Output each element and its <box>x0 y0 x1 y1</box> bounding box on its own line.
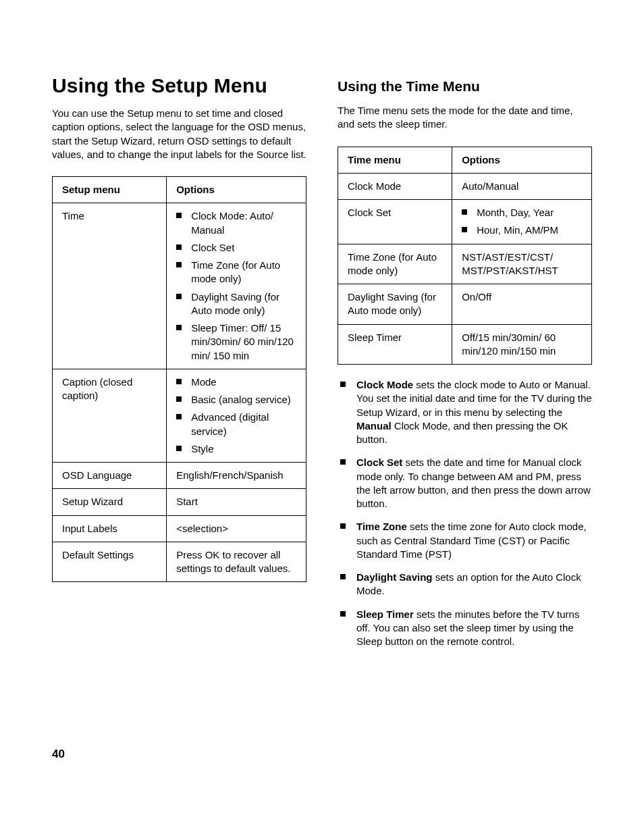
table-row: Input Labels <selection> <box>53 515 306 542</box>
setup-intro: You can use the Setup menu to set time a… <box>52 107 306 161</box>
table-row: Setup Wizard Start <box>53 489 306 515</box>
cell-options: Press OK to recover all settings to defa… <box>167 542 306 582</box>
list-item: Month, Day, Year <box>462 206 583 219</box>
desc-daylight-saving: Daylight Saving sets an option for the A… <box>338 571 592 598</box>
list-item: Style <box>176 442 298 456</box>
list-item: Clock Mode: Auto/ Manual <box>176 209 298 237</box>
cell-options: Start <box>167 489 306 515</box>
cell-label: Clock Mode <box>338 173 452 199</box>
table-header-row: Time menu Options <box>338 147 592 173</box>
options-list: Clock Mode: Auto/ Manual Clock Set Time … <box>176 209 298 363</box>
cell-label: Caption (closed caption) <box>53 369 167 462</box>
col-time-menu: Time menu <box>338 147 452 173</box>
list-item: Daylight Saving (for Auto mode only) <box>176 290 298 318</box>
cell-options: Auto/Manual <box>452 173 592 199</box>
cell-options: Mode Basic (analog service) Advanced (di… <box>167 369 306 462</box>
list-item: Hour, Min, AM/PM <box>462 224 583 237</box>
cell-label: Input Labels <box>53 515 167 542</box>
cell-options: English/French/Spanish <box>167 463 306 489</box>
cell-options: On/Off <box>452 284 592 325</box>
cell-label: Clock Set <box>338 200 452 244</box>
time-heading: Using the Time Menu <box>338 78 592 95</box>
list-item: Basic (analog service) <box>176 393 298 407</box>
col-setup-menu: Setup menu <box>53 177 167 203</box>
list-item: Clock Set <box>176 241 298 255</box>
table-row: Default Settings Press OK to recover all… <box>53 542 306 582</box>
term: Clock Set <box>356 457 402 468</box>
table-row: Time Clock Mode: Auto/ Manual Clock Set … <box>53 203 306 369</box>
time-intro: The Time menu sets the mode for the date… <box>338 104 592 132</box>
options-list: Mode Basic (analog service) Advanced (di… <box>176 375 298 456</box>
time-descriptions: Clock Mode sets the clock mode to Auto o… <box>338 378 592 648</box>
col-options: Options <box>167 177 306 203</box>
left-column: Using the Setup Menu You can use the Set… <box>52 74 306 658</box>
time-menu-table: Time menu Options Clock Mode Auto/Manual… <box>338 147 592 365</box>
list-item: Sleep Timer: Off/ 15 min/30min/ 60 min/1… <box>176 321 298 363</box>
desc-clock-mode: Clock Mode sets the clock mode to Auto o… <box>338 378 592 446</box>
cell-options: NST/AST/EST/CST/ MST/PST/AKST/HST <box>452 244 592 284</box>
term: Time Zone <box>356 521 407 532</box>
term: Manual <box>356 420 392 432</box>
cell-options: Month, Day, Year Hour, Min, AM/PM <box>452 200 592 244</box>
options-list: Month, Day, Year Hour, Min, AM/PM <box>462 206 583 238</box>
cell-label: Daylight Saving (for Auto mode only) <box>338 284 452 325</box>
table-row: OSD Language English/French/Spanish <box>53 463 306 489</box>
cell-options: <selection> <box>167 515 306 542</box>
manual-page: Using the Setup Menu You can use the Set… <box>0 0 644 834</box>
cell-label: Sleep Timer <box>338 324 452 365</box>
table-row: Daylight Saving (for Auto mode only) On/… <box>338 284 592 325</box>
table-row: Clock Mode Auto/Manual <box>338 173 592 199</box>
cell-label: Default Settings <box>53 542 167 582</box>
cell-label: Time Zone (for Auto mode only) <box>338 244 452 284</box>
desc-time-zone: Time Zone sets the time zone for Auto cl… <box>338 520 592 561</box>
two-column-layout: Using the Setup Menu You can use the Set… <box>52 74 592 658</box>
list-item: Time Zone (for Auto mode only) <box>176 259 298 286</box>
cell-options: Clock Mode: Auto/ Manual Clock Set Time … <box>167 203 306 369</box>
term: Clock Mode <box>356 379 413 390</box>
cell-label: OSD Language <box>53 463 167 489</box>
table-row: Time Zone (for Auto mode only) NST/AST/E… <box>338 244 592 284</box>
col-options: Options <box>452 147 592 173</box>
term: Daylight Saving <box>356 571 433 583</box>
table-row: Clock Set Month, Day, Year Hour, Min, AM… <box>338 200 592 244</box>
table-row: Sleep Timer Off/15 min/30min/ 60 min/120… <box>338 324 592 365</box>
table-row: Caption (closed caption) Mode Basic (ana… <box>53 369 306 462</box>
table-header-row: Setup menu Options <box>53 177 306 203</box>
desc-sleep-timer: Sleep Timer sets the minutes before the … <box>338 608 592 649</box>
cell-label: Setup Wizard <box>53 489 167 515</box>
right-column: Using the Time Menu The Time menu sets t… <box>338 74 592 658</box>
cell-label: Time <box>53 203 167 369</box>
setup-menu-table: Setup menu Options Time Clock Mode: Auto… <box>52 176 306 582</box>
page-number: 40 <box>52 748 65 761</box>
list-item: Advanced (digital service) <box>176 411 298 438</box>
term: Sleep Timer <box>356 608 414 620</box>
setup-heading: Using the Setup Menu <box>52 74 306 97</box>
list-item: Mode <box>176 375 298 389</box>
cell-options: Off/15 min/30min/ 60 min/120 min/150 min <box>452 324 592 365</box>
desc-clock-set: Clock Set sets the date and time for Man… <box>338 456 592 511</box>
